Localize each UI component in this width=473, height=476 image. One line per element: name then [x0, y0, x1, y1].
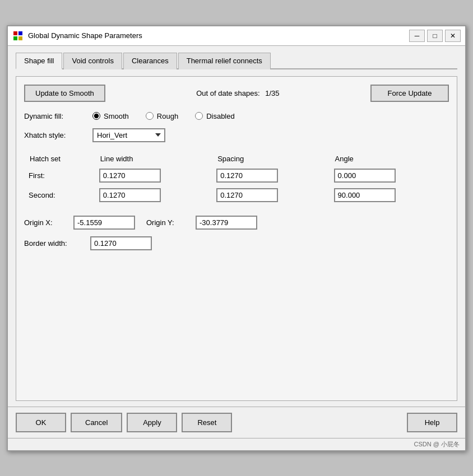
- title-bar-controls: ─ □ ✕: [409, 30, 461, 42]
- radio-smooth-label[interactable]: Smooth: [92, 112, 129, 120]
- border-width-label: Border width:: [24, 239, 86, 248]
- update-to-smooth-button[interactable]: Update to Smooth: [24, 85, 105, 102]
- origin-y-group: Origin Y:: [146, 216, 257, 230]
- title-bar: Global Dynamic Shape Parameters ─ □ ✕: [8, 26, 465, 46]
- radio-rough-label[interactable]: Rough: [146, 112, 178, 120]
- radio-rough[interactable]: [146, 112, 154, 120]
- hatch-second-linewidth-cell: [97, 187, 212, 203]
- footer-left-buttons: OK Cancel Apply Reset: [16, 413, 232, 432]
- hatch-second-spacing-cell: [214, 187, 329, 203]
- status-text: CSDN @ 小屁冬: [414, 440, 460, 449]
- out-of-date-value: 1/35: [265, 89, 279, 97]
- maximize-button[interactable]: □: [427, 30, 443, 42]
- hatch-first-linewidth[interactable]: [99, 169, 161, 183]
- hatch-first-spacing-cell: [214, 167, 329, 184]
- tab-bar: Shape fill Void controls Clearances Ther…: [16, 52, 457, 69]
- minimize-button[interactable]: ─: [409, 30, 425, 42]
- dynamic-fill-label: Dynamic fill:: [24, 112, 86, 120]
- tab-void-controls[interactable]: Void controls: [63, 53, 122, 69]
- svg-rect-2: [18, 31, 22, 35]
- tab-thermal-relief[interactable]: Thermal relief connects: [178, 53, 271, 69]
- origin-y-input[interactable]: [196, 216, 257, 230]
- origin-x-label: Origin X:: [24, 218, 69, 227]
- hatch-header-spacing: Spacing: [214, 153, 329, 164]
- toolbar-row: Update to Smooth Out of date shapes: 1/3…: [24, 85, 449, 102]
- radio-smooth-text: Smooth: [104, 112, 129, 120]
- tab-shape-fill[interactable]: Shape fill: [16, 53, 62, 69]
- hatch-row-first: First:: [26, 167, 447, 184]
- border-width-input[interactable]: [90, 236, 152, 250]
- hatch-second-angle[interactable]: [334, 188, 396, 202]
- out-of-date-label: Out of date shapes:: [196, 89, 259, 97]
- hatch-first-spacing[interactable]: [216, 169, 278, 183]
- xhatch-style-row: Xhatch style: Hori_Vert Diagonal None: [24, 128, 449, 142]
- hatch-first-angle-cell: [332, 167, 447, 184]
- hatch-table: Hatch set Line width Spacing Angle First…: [24, 150, 449, 207]
- border-width-row: Border width:: [24, 236, 449, 250]
- tab-clearances[interactable]: Clearances: [123, 53, 177, 69]
- content-area: Shape fill Void controls Clearances Ther…: [8, 46, 465, 407]
- radio-smooth[interactable]: [92, 112, 100, 120]
- xhatch-label: Xhatch style:: [24, 131, 86, 139]
- origin-x-group: Origin X:: [24, 216, 135, 230]
- main-window: Global Dynamic Shape Parameters ─ □ ✕ Sh…: [7, 25, 466, 451]
- cancel-button[interactable]: Cancel: [71, 413, 122, 432]
- hatch-header-angle: Angle: [332, 153, 447, 164]
- force-update-button[interactable]: Force Update: [370, 85, 449, 102]
- radio-disabled-label[interactable]: Disabled: [195, 112, 235, 120]
- status-bar: CSDN @ 小屁冬: [8, 438, 465, 450]
- hatch-second-linewidth[interactable]: [99, 188, 161, 202]
- radio-disabled[interactable]: [195, 112, 203, 120]
- hatch-header-linewidth: Line width: [97, 153, 212, 164]
- close-button[interactable]: ✕: [445, 30, 461, 42]
- main-panel: Update to Smooth Out of date shapes: 1/3…: [16, 76, 457, 401]
- origin-row: Origin X: Origin Y:: [24, 216, 449, 230]
- out-of-date-info: Out of date shapes: 1/35: [111, 89, 365, 97]
- svg-rect-1: [13, 31, 17, 35]
- xhatch-select[interactable]: Hori_Vert Diagonal None: [92, 128, 165, 142]
- svg-rect-4: [18, 36, 22, 40]
- footer-right-buttons: Help: [407, 413, 457, 432]
- title-bar-left: Global Dynamic Shape Parameters: [12, 30, 142, 41]
- hatch-first-angle[interactable]: [334, 169, 396, 183]
- hatch-header-set: Hatch set: [26, 153, 95, 164]
- apply-button[interactable]: Apply: [127, 413, 177, 432]
- origin-y-label: Origin Y:: [146, 218, 191, 227]
- hatch-second-angle-cell: [332, 187, 447, 203]
- footer: OK Cancel Apply Reset Help: [8, 407, 465, 438]
- hatch-second-spacing[interactable]: [216, 188, 278, 202]
- radio-rough-text: Rough: [157, 112, 178, 120]
- origin-x-input[interactable]: [73, 216, 135, 230]
- window-title: Global Dynamic Shape Parameters: [28, 31, 142, 40]
- reset-button[interactable]: Reset: [182, 413, 232, 432]
- radio-disabled-text: Disabled: [206, 112, 235, 120]
- app-icon: [12, 30, 24, 41]
- ok-button[interactable]: OK: [16, 413, 66, 432]
- help-button[interactable]: Help: [407, 413, 457, 432]
- hatch-row-second: Second:: [26, 187, 447, 203]
- hatch-second-label: Second:: [26, 187, 95, 203]
- hatch-first-linewidth-cell: [97, 167, 212, 184]
- dynamic-fill-row: Dynamic fill: Smooth Rough Disabled: [24, 112, 449, 120]
- hatch-first-label: First:: [26, 167, 95, 184]
- dynamic-fill-radio-group: Smooth Rough Disabled: [92, 112, 235, 120]
- svg-rect-3: [13, 36, 17, 40]
